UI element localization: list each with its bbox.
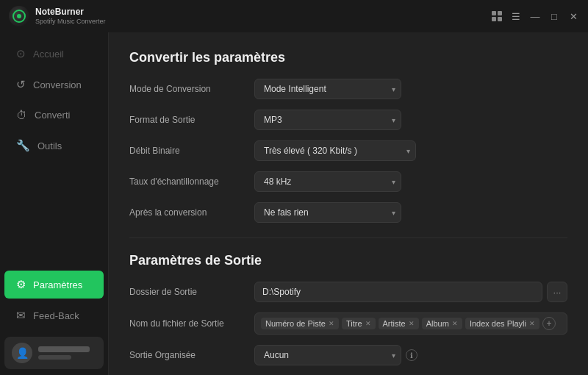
sidebar-item-accueil[interactable]: ⊙ Accueil (4, 40, 104, 68)
row-format-sortie: Format de Sortie MP3 ▾ (129, 110, 567, 130)
tag-close-icon[interactable]: ✕ (365, 320, 371, 327)
app-name: NoteBurner (35, 7, 106, 17)
sidebar-item-outils[interactable]: 🔧 Outils (4, 132, 104, 160)
user-card[interactable]: 👤 (4, 337, 104, 369)
control-dossier-sortie: ··· (254, 282, 567, 302)
tag-index[interactable]: Index des Playli ✕ (465, 318, 539, 329)
control-taux-echantillonnage: 48 kHz ▾ (254, 171, 567, 192)
control-debit-binaire: Très élevé ( 320 Kbit/s ) ▾ (254, 140, 567, 161)
menu-button[interactable]: ☰ (510, 10, 522, 22)
row-nom-fichier: Nom du fichier de Sortie Numéro de Piste… (129, 312, 567, 335)
sidebar-label-accueil: Accueil (33, 49, 64, 60)
tag-numero-piste[interactable]: Numéro de Piste ✕ (261, 318, 339, 329)
select-format-sortie-field[interactable]: MP3 (254, 110, 401, 130)
select-taux-echantillonnage-field[interactable]: 48 kHz (254, 171, 401, 192)
sidebar-item-parametres[interactable]: ⚙ Paramètres (4, 271, 104, 299)
feedback-icon: ✉ (16, 309, 26, 322)
tag-label: Numéro de Piste (265, 319, 326, 328)
sidebar-item-conversion[interactable]: ↺ Conversion (4, 71, 104, 99)
browse-folder-button[interactable]: ··· (547, 282, 567, 302)
label-format-sortie: Format de Sortie (129, 115, 254, 125)
tag-label: Artiste (383, 319, 406, 328)
control-nom-fichier: Numéro de Piste ✕ Titre ✕ Artiste ✕ Albu… (254, 312, 567, 335)
row-dossier-sortie: Dossier de Sortie ··· (129, 282, 567, 302)
user-avatar: 👤 (12, 343, 32, 363)
label-mode-conversion: Mode de Conversion (129, 84, 254, 94)
content-area: Convertir les paramètres Mode de Convers… (109, 32, 588, 375)
maximize-button[interactable]: □ (548, 10, 560, 22)
row-taux-echantillonnage: Taux d'échantillonnage 48 kHz ▾ (129, 171, 567, 192)
tag-artiste[interactable]: Artiste ✕ (379, 318, 419, 329)
tag-album[interactable]: Album ✕ (422, 318, 462, 329)
section-conversion-title: Convertir les paramètres (129, 50, 567, 65)
sidebar-label-feedback: Feed-Back (33, 310, 79, 321)
title-bar: NoteBurner Spotify Music Converter ☰ — □… (0, 0, 588, 32)
sidebar-label-outils: Outils (37, 140, 62, 151)
label-debit-binaire: Débit Binaire (129, 146, 254, 156)
tags-wrapper: Numéro de Piste ✕ Titre ✕ Artiste ✕ Albu… (254, 312, 567, 335)
select-apres-conversion[interactable]: Ne fais rien ▾ (254, 202, 401, 223)
control-sortie-organisee: Aucun ▾ ℹ (254, 345, 567, 365)
select-debit-binaire-field[interactable]: Très élevé ( 320 Kbit/s ) (254, 140, 416, 161)
control-format-sortie: MP3 ▾ (254, 110, 567, 130)
row-debit-binaire: Débit Binaire Très élevé ( 320 Kbit/s ) … (129, 140, 567, 161)
outils-icon: 🔧 (16, 139, 30, 152)
title-bar-right: ☰ — □ ✕ (491, 10, 579, 22)
divider-1 (129, 238, 567, 238)
select-format-sortie[interactable]: MP3 ▾ (254, 110, 401, 130)
user-sub (38, 355, 71, 360)
folder-input[interactable] (254, 282, 542, 302)
sidebar-label-parametres: Paramètres (33, 279, 82, 290)
sidebar-item-converti[interactable]: ⏱ Converti (4, 101, 104, 129)
user-info (38, 346, 96, 360)
app-icon (9, 6, 29, 26)
select-mode-conversion[interactable]: Mode Intelligent ▾ (254, 79, 401, 99)
app-subtitle: Spotify Music Converter (35, 18, 106, 26)
close-button[interactable]: ✕ (567, 10, 579, 22)
tag-titre[interactable]: Titre ✕ (342, 318, 376, 329)
row-sortie-organisee: Sortie Organisée Aucun ▾ ℹ (129, 345, 567, 365)
tag-label: Index des Playli (470, 319, 526, 328)
tag-close-icon[interactable]: ✕ (529, 320, 535, 327)
label-nom-fichier: Nom du fichier de Sortie (129, 318, 254, 329)
select-taux-echantillonnage[interactable]: 48 kHz ▾ (254, 171, 401, 192)
home-icon: ⊙ (16, 47, 26, 60)
user-name (38, 346, 90, 352)
label-taux-echantillonnage: Taux d'échantillonnage (129, 176, 254, 187)
sidebar-label-converti: Converti (35, 110, 70, 121)
label-dossier-sortie: Dossier de Sortie (129, 287, 254, 297)
main-layout: ⊙ Accueil ↺ Conversion ⏱ Converti 🔧 Outi… (0, 32, 588, 375)
parametres-icon: ⚙ (16, 278, 26, 291)
select-sortie-organisee-field[interactable]: Aucun (254, 345, 401, 365)
sidebar-item-feedback[interactable]: ✉ Feed-Back (4, 301, 104, 329)
row-apres-conversion: Après la conversion Ne fais rien ▾ (129, 202, 567, 223)
section-output-title: Paramètres de Sortie (129, 253, 567, 268)
grid-view-button[interactable] (491, 10, 503, 22)
info-icon[interactable]: ℹ (406, 349, 417, 361)
control-apres-conversion: Ne fais rien ▾ (254, 202, 567, 223)
tag-label: Titre (346, 319, 362, 328)
select-mode-conversion-field[interactable]: Mode Intelligent (254, 79, 401, 99)
conversion-icon: ↺ (16, 78, 26, 91)
tag-close-icon[interactable]: ✕ (409, 320, 415, 327)
label-apres-conversion: Après la conversion (129, 207, 254, 218)
sidebar-label-conversion: Conversion (33, 79, 82, 90)
label-sortie-organisee: Sortie Organisée (129, 350, 254, 360)
minimize-button[interactable]: — (529, 10, 541, 22)
tag-close-icon[interactable]: ✕ (452, 320, 458, 327)
select-debit-binaire[interactable]: Très élevé ( 320 Kbit/s ) ▾ (254, 140, 416, 161)
sidebar-bottom: 👤 (0, 331, 108, 375)
select-apres-conversion-field[interactable]: Ne fais rien (254, 202, 401, 223)
row-mode-conversion: Mode de Conversion Mode Intelligent ▾ (129, 79, 567, 99)
tag-close-icon[interactable]: ✕ (329, 320, 334, 327)
converti-icon: ⏱ (16, 109, 27, 121)
title-bar-left: NoteBurner Spotify Music Converter (9, 6, 106, 26)
sidebar: ⊙ Accueil ↺ Conversion ⏱ Converti 🔧 Outi… (0, 32, 109, 375)
app-title-text: NoteBurner Spotify Music Converter (35, 7, 106, 25)
control-mode-conversion: Mode Intelligent ▾ (254, 79, 567, 99)
add-tag-button[interactable]: + (542, 317, 556, 330)
select-sortie-organisee[interactable]: Aucun ▾ (254, 345, 401, 365)
tag-label: Album (426, 319, 449, 328)
